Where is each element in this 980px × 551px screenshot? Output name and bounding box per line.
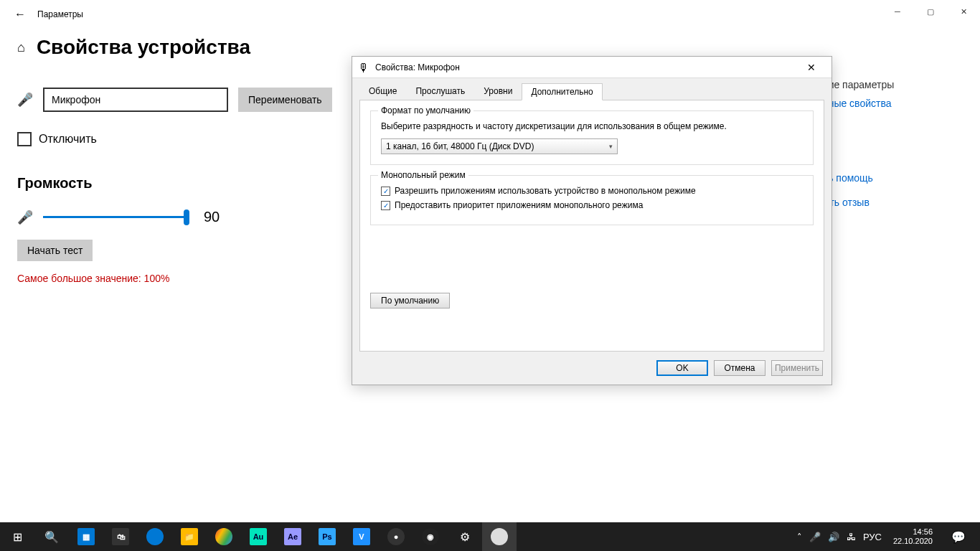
audition-icon[interactable]: Au (241, 522, 275, 551)
cb1-label: Разрешить приложениям использовать устро… (395, 186, 696, 196)
dialog-titlebar[interactable]: 🎙 Свойства: Микрофон ✕ (352, 57, 831, 78)
tray-language[interactable]: РУС (863, 532, 882, 542)
tab-advanced[interactable]: Дополнительно (522, 83, 602, 100)
defaults-button[interactable]: По умолчанию (370, 293, 450, 309)
microphone-dialog-icon: 🎙 (358, 62, 369, 73)
apply-button[interactable]: Применить (771, 360, 823, 376)
tab-general[interactable]: Общие (359, 83, 406, 100)
taskbar: ⊞ 🔍 ▦ 🛍 📁 Au Ae Ps V ● ◉ ⚙ ˄ 🎤 🔊 🖧 РУС 1… (0, 522, 980, 551)
taskbar-left: ⊞ 🔍 ▦ 🛍 📁 Au Ae Ps V ● ◉ ⚙ (0, 522, 517, 551)
device-name-input[interactable] (43, 88, 228, 112)
tray-network-icon[interactable]: 🖧 (847, 532, 856, 542)
edge-icon[interactable] (138, 522, 172, 551)
format-value: 1 канал, 16 бит, 48000 Гц (Диск DVD) (386, 141, 534, 151)
exclusive-checkbox-row-2[interactable]: ✓ Предоставить приоритет приложениям мон… (381, 200, 803, 210)
vegas-icon[interactable]: V (344, 522, 379, 551)
default-format-group: Формат по умолчанию Выберите разрядность… (370, 110, 814, 165)
window-title: Параметры (37, 9, 83, 19)
microphone-volume-icon: 🎤 (17, 209, 33, 225)
start-test-button[interactable]: Начать тест (17, 240, 93, 261)
active-app-icon[interactable] (482, 522, 517, 551)
chrome-icon[interactable] (207, 522, 241, 551)
group1-title: Формат по умолчанию (378, 105, 473, 116)
exclusive-mode-group: Монопольный режим ✓ Разрешить приложения… (370, 175, 814, 225)
search-icon[interactable]: 🔍 (34, 522, 69, 551)
cb2-label: Предоставить приоритет приложениям моноп… (395, 200, 643, 210)
tab-levels[interactable]: Уровни (474, 83, 522, 100)
checkbox-icon[interactable]: ✓ (381, 187, 390, 196)
taskbar-right: ˄ 🎤 🔊 🖧 РУС 14:56 22.10.2020 💬 (790, 522, 980, 551)
obs-icon[interactable]: ◉ (413, 522, 448, 551)
rename-button[interactable]: Переименовать (238, 88, 332, 112)
aftereffects-icon[interactable]: Ae (275, 522, 310, 551)
dialog-close-button[interactable]: ✕ (797, 57, 826, 77)
format-dropdown[interactable]: 1 канал, 16 бит, 48000 Гц (Диск DVD) ▾ (381, 138, 618, 154)
dialog-buttons: OK Отмена Применить (656, 360, 823, 376)
volume-slider[interactable] (43, 216, 187, 218)
maximize-button[interactable]: ▢ (914, 0, 947, 23)
back-arrow-icon[interactable]: ← (6, 0, 34, 29)
window-controls: ─ ▢ ✕ (881, 0, 980, 23)
home-icon[interactable]: ⌂ (17, 40, 25, 55)
disable-checkbox[interactable] (17, 132, 32, 146)
store-icon[interactable]: 🛍 (103, 522, 138, 551)
microphone-icon: 🎤 (17, 92, 33, 108)
notifications-icon[interactable]: 💬 (944, 522, 973, 551)
tray-mic-icon[interactable]: 🎤 (809, 532, 821, 542)
checkbox-icon[interactable]: ✓ (381, 201, 390, 210)
explorer-icon[interactable]: 📁 (172, 522, 207, 551)
clock-date: 22.10.2020 (893, 537, 933, 546)
dialog-tabs: Общие Прослушать Уровни Дополнительно (359, 83, 824, 100)
cancel-button[interactable]: Отмена (714, 360, 765, 376)
slider-thumb[interactable] (184, 209, 189, 225)
tray-chevron-icon[interactable]: ˄ (797, 532, 802, 542)
group2-title: Монопольный режим (378, 170, 468, 180)
exclusive-checkbox-row-1[interactable]: ✓ Разрешить приложениям использовать уст… (381, 186, 803, 196)
disable-label: Отключить (39, 133, 97, 146)
tray-volume-icon[interactable]: 🔊 (828, 532, 839, 542)
properties-dialog: 🎙 Свойства: Микрофон ✕ Общие Прослушать … (352, 56, 832, 385)
dialog-body: Общие Прослушать Уровни Дополнительно Фо… (352, 78, 831, 351)
group1-desc: Выберите разрядность и частоту дискретиз… (381, 121, 803, 131)
dialog-title: Свойства: Микрофон (375, 62, 797, 72)
settings-header: ← Параметры ─ ▢ ✕ (0, 0, 980, 29)
close-button[interactable]: ✕ (947, 0, 980, 23)
ok-button[interactable]: OK (656, 360, 708, 376)
tab-content: Формат по умолчанию Выберите разрядность… (359, 100, 824, 352)
settings-taskbar-icon[interactable]: ⚙ (448, 522, 482, 551)
volume-value: 90 (204, 209, 220, 225)
cinema4d-icon[interactable]: ● (379, 522, 413, 551)
chevron-down-icon: ▾ (609, 143, 613, 150)
tab-listen[interactable]: Прослушать (406, 83, 474, 100)
start-button[interactable]: ⊞ (0, 522, 34, 551)
taskbar-clock[interactable]: 14:56 22.10.2020 (889, 527, 937, 546)
page-title: Свойства устройства (37, 36, 250, 59)
clock-time: 14:56 (893, 527, 933, 537)
calculator-icon[interactable]: ▦ (69, 522, 103, 551)
photoshop-icon[interactable]: Ps (310, 522, 344, 551)
minimize-button[interactable]: ─ (881, 0, 914, 23)
